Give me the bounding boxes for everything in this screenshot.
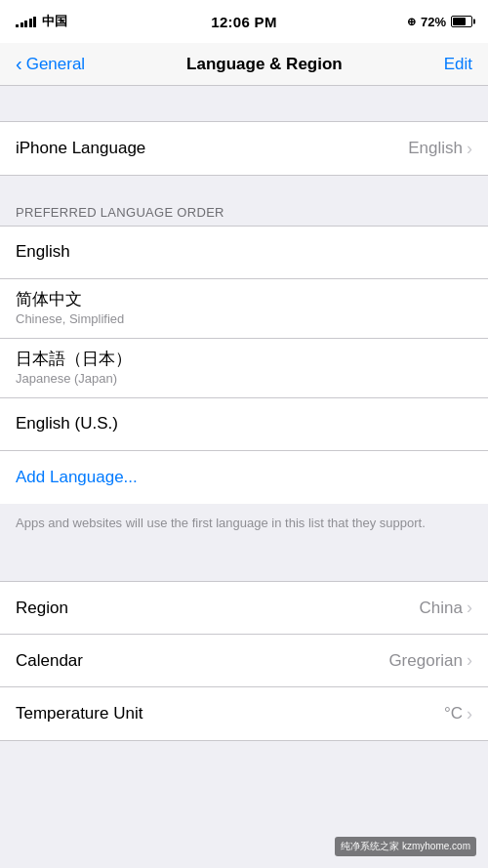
iphone-language-row[interactable]: iPhone Language English › [0,122,488,175]
status-left: 中国 [16,13,94,30]
language-row-english-us[interactable]: English (U.S.) [0,398,488,451]
back-button[interactable]: ‹ General [16,55,85,74]
language-list-section: English 简体中文 Chinese, Simplified 日本語（日本）… [0,226,488,504]
signal-icon [16,16,36,27]
back-label[interactable]: General [26,55,85,74]
language-row-japanese[interactable]: 日本語（日本） Japanese (Japan) [0,339,488,398]
battery-icon [451,16,472,27]
add-language-row[interactable]: Add Language... [0,451,488,504]
language-primary-chinese: 简体中文 [16,289,472,310]
region-chevron-icon: › [467,598,472,618]
calendar-row[interactable]: Calendar Gregorian › [0,635,488,687]
gap-before-languages [0,176,488,197]
region-value: China › [420,598,472,618]
language-primary-english: English [16,241,472,263]
watermark: 纯净系统之家 kzmyhome.com [335,837,476,856]
add-language-label[interactable]: Add Language... [16,468,138,487]
page-title: Language & Region [186,55,343,74]
footer-note: Apps and websites will use the first lan… [0,504,488,547]
gap-before-settings [0,546,488,581]
calendar-current: Gregorian [388,651,463,671]
temperature-row[interactable]: Temperature Unit °C › [0,687,488,740]
calendar-chevron-icon: › [467,650,472,671]
iphone-language-section: iPhone Language English › [0,121,488,176]
preferred-language-order-header: PREFERRED LANGUAGE ORDER [0,197,488,226]
carrier-label: 中国 [42,13,67,30]
settings-section: Region China › Calendar Gregorian › Temp… [0,581,488,741]
temperature-value: °C › [444,704,472,724]
content-area: iPhone Language English › PREFERRED LANG… [0,86,488,868]
status-bar: 中国 12:06 PM ⊕ 72% [0,0,488,43]
status-time: 12:06 PM [211,14,276,30]
language-row-chinese[interactable]: 简体中文 Chinese, Simplified [0,279,488,339]
language-primary-japanese: 日本語（日本） [16,349,472,370]
nav-bar: ‹ General Language & Region Edit [0,43,488,86]
temperature-current: °C [444,704,463,723]
back-chevron-icon: ‹ [16,54,22,73]
location-icon: ⊕ [407,16,416,28]
iphone-language-current: English [408,139,463,158]
calendar-label: Calendar [16,651,83,671]
chevron-right-icon: › [467,139,472,159]
language-secondary-japanese: Japanese (Japan) [16,371,472,388]
status-right: ⊕ 72% [394,15,472,29]
iphone-language-value: English › [408,139,472,159]
iphone-language-label: iPhone Language [16,139,145,158]
battery-percent: 72% [421,15,446,29]
region-label: Region [16,599,68,618]
gap-top [0,86,488,121]
region-current: China [420,599,463,618]
region-row[interactable]: Region China › [0,582,488,635]
temperature-chevron-icon: › [467,704,472,724]
edit-button[interactable]: Edit [444,55,472,74]
temperature-label: Temperature Unit [16,704,142,723]
calendar-value: Gregorian › [388,650,472,671]
language-primary-english-us: English (U.S.) [16,413,472,434]
language-row-english[interactable]: English [0,227,488,279]
language-secondary-chinese: Chinese, Simplified [16,311,472,328]
